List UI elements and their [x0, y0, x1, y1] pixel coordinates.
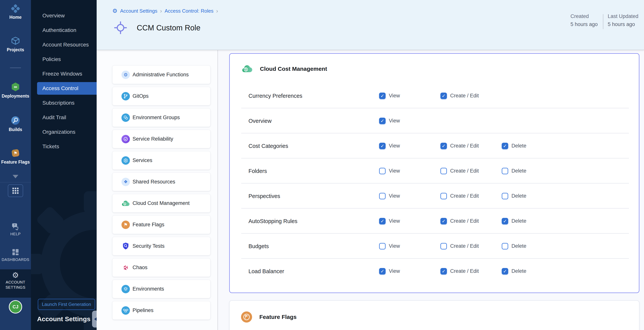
breadcrumb-roles[interactable]: Access Control: Roles: [165, 8, 214, 14]
currency-preferences-view-checkbox[interactable]: ✓ View: [379, 83, 400, 108]
load-balancer-view-checkbox[interactable]: ✓ View: [379, 259, 400, 284]
perspectives-delete-checkbox[interactable]: ✓ Delete: [502, 184, 526, 209]
feature-flags-icon: ⚑: [11, 148, 20, 158]
gear-icon: ⚙: [0, 271, 31, 279]
breadcrumb-separator-icon: ›: [160, 8, 162, 14]
rail-item-account-settings[interactable]: ⚙ ACCOUNT SETTINGS: [0, 269, 31, 298]
permission-rows: Currency Preferences ✓ View ✓ Create / E…: [230, 83, 639, 284]
launch-first-generation-button[interactable]: Launch First Generation: [38, 299, 95, 310]
autostopping-rules-view-checkbox[interactable]: ✓ View: [379, 209, 400, 234]
module-card-administrative-functions[interactable]: ⚙ Administrative Functions: [112, 65, 210, 84]
rail-item-home[interactable]: Home: [0, 4, 31, 20]
menu-item-access-control[interactable]: Access Control: [37, 82, 97, 95]
permissions-main: $ Cloud Cost Management Currency Prefere…: [218, 50, 644, 330]
module-picker-button[interactable]: [8, 185, 23, 197]
svg-text:⚑: ⚑: [14, 151, 18, 155]
feature-flags-section-icon: [241, 311, 252, 322]
currency-preferences-create-edit-checkbox[interactable]: ✓ Create / Edit: [440, 83, 479, 108]
menu-item-freeze-windows[interactable]: Freeze Windows: [31, 67, 97, 81]
deployments-icon: ∞: [10, 82, 20, 92]
cost-categories-create-edit-checkbox[interactable]: ✓ Create / Edit: [440, 133, 479, 158]
resource-label: Load Balancer: [248, 268, 284, 274]
rail-label-dashboards: DASHBOARDS: [0, 257, 31, 262]
budgets-view-checkbox[interactable]: ✓ View: [379, 234, 400, 259]
menu-item-tickets[interactable]: Tickets: [31, 139, 97, 154]
module-card-services[interactable]: Services: [112, 151, 210, 170]
breadcrumb-account-settings[interactable]: Account Settings: [120, 8, 157, 14]
perspectives-create-edit-checkbox[interactable]: ✓ Create / Edit: [440, 184, 479, 209]
perspectives-view-checkbox[interactable]: ✓ View: [379, 184, 400, 209]
security-tests-icon: [122, 242, 130, 250]
module-card-feature-flags[interactable]: ⚑ Feature Flags: [112, 215, 210, 234]
menu-item-policies[interactable]: Policies: [31, 52, 97, 67]
module-card-environment-groups[interactable]: Environment Groups: [112, 108, 210, 127]
svg-text:$: $: [245, 68, 247, 71]
autostopping-rules-delete-checkbox[interactable]: ✓ Delete: [502, 209, 526, 234]
home-icon: [11, 4, 20, 13]
menu-item-overview[interactable]: Overview: [31, 9, 97, 23]
rail-item-projects[interactable]: Projects: [0, 36, 31, 52]
menu-item-audit-trail[interactable]: Audit Trail: [31, 110, 97, 125]
module-card-security-tests[interactable]: Security Tests: [112, 237, 210, 255]
rail-item-builds[interactable]: Builds: [0, 116, 31, 132]
rail-label-help: HELP: [0, 232, 31, 236]
menu-item-account-resources[interactable]: Account Resources: [31, 38, 97, 52]
breadcrumb-separator-icon: ›: [216, 8, 218, 14]
user-avatar[interactable]: CJ: [10, 301, 22, 313]
budgets-delete-checkbox[interactable]: ✓ Delete: [502, 234, 526, 259]
menu-item-organizations[interactable]: Organizations: [31, 125, 97, 139]
rail-label-feature-flags: Feature Flags: [0, 159, 31, 165]
module-card-pipelines[interactable]: Pipelines: [112, 301, 210, 320]
cloud-cost-management-header-icon: $: [242, 64, 253, 73]
service-reliability-icon: [122, 135, 130, 143]
rail-item-help[interactable]: ? HELP: [0, 223, 31, 236]
section-title: Feature Flags: [259, 314, 296, 320]
services-icon: [122, 156, 130, 165]
folders-view-checkbox[interactable]: ✓ View: [379, 158, 400, 184]
feature-flags-section-header: Feature Flags: [241, 311, 296, 322]
breadcrumb-gear-icon: ⚙: [112, 8, 118, 14]
cost-categories-view-checkbox[interactable]: ✓ View: [379, 133, 400, 158]
permission-row-overview: Overview ✓ View ✓ Create / Edit ✓ Delete: [230, 108, 639, 133]
sidebar-collapse-handle[interactable]: [92, 311, 97, 327]
column-separator: [218, 50, 218, 330]
load-balancer-delete-checkbox[interactable]: ✓ Delete: [502, 259, 526, 284]
load-balancer-create-edit-checkbox[interactable]: ✓ Create / Edit: [440, 259, 479, 284]
permission-row-currency-preferences: Currency Preferences ✓ View ✓ Create / E…: [230, 83, 639, 108]
rail-label-home: Home: [0, 15, 31, 20]
account-settings-sidebar: Overview Authentication Account Resource…: [31, 0, 97, 330]
settings-menu: Overview Authentication Account Resource…: [31, 9, 97, 154]
collapse-arrow-icon: [94, 316, 97, 322]
module-list: ⚙ Administrative Functions GitOps Enviro…: [97, 50, 218, 330]
breadcrumb: ⚙ Account Settings › Access Control: Rol…: [112, 8, 218, 14]
panel-title: Cloud Cost Management: [260, 66, 327, 72]
cube-icon: [11, 36, 20, 46]
module-card-environments[interactable]: Environments: [112, 280, 210, 298]
folders-delete-checkbox[interactable]: ✓ Delete: [502, 158, 526, 184]
rail-item-feature-flags[interactable]: ⚑ Feature Flags: [0, 148, 31, 165]
autostopping-rules-create-edit-checkbox[interactable]: ✓ Create / Edit: [440, 209, 479, 234]
resource-label: Cost Categories: [248, 143, 288, 149]
ccm-permissions-panel: $ Cloud Cost Management Currency Prefere…: [229, 53, 640, 293]
rail-item-dashboards[interactable]: DASHBOARDS: [0, 248, 31, 262]
rail-item-deployments[interactable]: ∞ Deployments: [0, 82, 31, 99]
folders-create-edit-checkbox[interactable]: ✓ Create / Edit: [440, 158, 479, 184]
permission-row-cost-categories: Cost Categories ✓ View ✓ Create / Edit ✓…: [230, 133, 639, 158]
menu-item-authentication[interactable]: Authentication: [31, 23, 97, 38]
last-updated-label: Last Updated: [608, 13, 638, 19]
module-rail: Home Projects ∞ Deployments Builds: [0, 0, 31, 330]
created-value: 5 hours ago: [570, 22, 598, 27]
module-card-shared-resources[interactable]: ❖ Shared Resources: [112, 173, 210, 191]
cost-categories-delete-checkbox[interactable]: ✓ Delete: [502, 133, 526, 158]
rail-divider: [10, 68, 21, 68]
administrative-functions-icon: ⚙: [122, 71, 130, 79]
rail-chevron-down-icon[interactable]: [12, 175, 18, 178]
page-title: CCM Custom Role: [137, 24, 200, 32]
overview-view-checkbox[interactable]: ✓ View: [379, 108, 400, 133]
module-card-service-reliability[interactable]: Service Reliability: [112, 130, 210, 148]
menu-item-subscriptions[interactable]: Subscriptions: [31, 96, 97, 110]
module-card-gitops[interactable]: GitOps: [112, 87, 210, 105]
module-card-chaos[interactable]: Chaos: [112, 258, 210, 277]
budgets-create-edit-checkbox[interactable]: ✓ Create / Edit: [440, 234, 479, 259]
module-card-cloud-cost-management[interactable]: $ Cloud Cost Management: [112, 194, 210, 213]
